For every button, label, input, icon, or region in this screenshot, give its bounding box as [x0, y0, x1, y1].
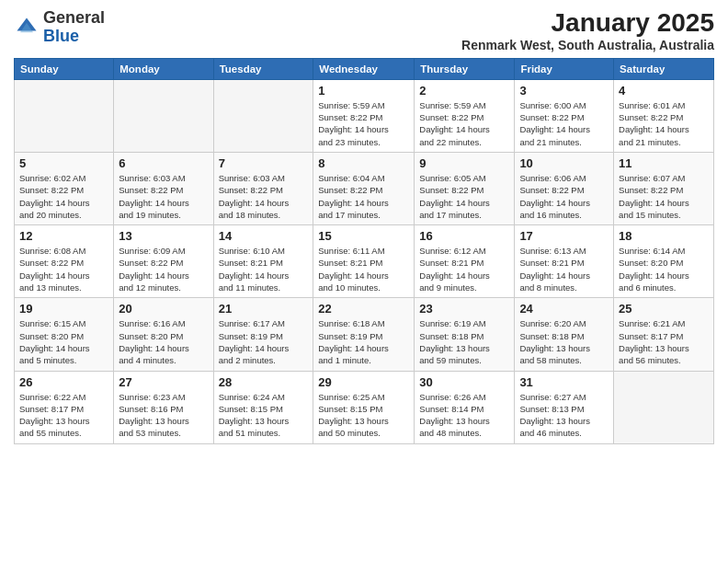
- day-info: Sunrise: 6:06 AM Sunset: 8:22 PM Dayligh…: [519, 172, 609, 221]
- day-info: Sunrise: 6:11 AM Sunset: 8:21 PM Dayligh…: [318, 245, 409, 293]
- day-info: Sunrise: 6:05 AM Sunset: 8:22 PM Dayligh…: [419, 172, 509, 221]
- day-number: 11: [619, 156, 709, 170]
- table-row: [15, 79, 114, 152]
- day-info: Sunrise: 6:07 AM Sunset: 8:22 PM Dayligh…: [619, 172, 709, 221]
- day-info: Sunrise: 6:27 AM Sunset: 8:13 PM Dayligh…: [519, 391, 609, 440]
- logo: General Blue: [14, 9, 105, 46]
- day-info: Sunrise: 5:59 AM Sunset: 8:22 PM Dayligh…: [318, 99, 409, 148]
- day-info: Sunrise: 6:24 AM Sunset: 8:15 PM Dayligh…: [219, 391, 309, 440]
- logo-blue: Blue: [43, 27, 79, 45]
- day-info: Sunrise: 6:16 AM Sunset: 8:20 PM Dayligh…: [119, 317, 208, 366]
- table-row: 26Sunrise: 6:22 AM Sunset: 8:17 PM Dayli…: [15, 371, 114, 443]
- table-row: 27Sunrise: 6:23 AM Sunset: 8:16 PM Dayli…: [114, 371, 213, 443]
- table-row: 24Sunrise: 6:20 AM Sunset: 8:18 PM Dayli…: [515, 298, 614, 371]
- day-info: Sunrise: 6:13 AM Sunset: 8:21 PM Dayligh…: [519, 245, 609, 293]
- page-subtitle: Renmark West, South Australia, Australia: [461, 38, 714, 52]
- calendar-header-row: Sunday Monday Tuesday Wednesday Thursday…: [15, 58, 714, 79]
- day-number: 25: [619, 302, 709, 316]
- table-row: 11Sunrise: 6:07 AM Sunset: 8:22 PM Dayli…: [614, 152, 714, 224]
- day-info: Sunrise: 6:23 AM Sunset: 8:16 PM Dayligh…: [119, 391, 208, 440]
- day-number: 31: [519, 375, 609, 389]
- day-number: 8: [318, 156, 409, 170]
- day-number: 16: [419, 229, 509, 243]
- day-info: Sunrise: 6:14 AM Sunset: 8:20 PM Dayligh…: [619, 245, 709, 293]
- col-friday: Friday: [515, 58, 614, 79]
- table-row: 22Sunrise: 6:18 AM Sunset: 8:19 PM Dayli…: [313, 298, 415, 371]
- day-number: 30: [419, 375, 509, 389]
- day-info: Sunrise: 6:17 AM Sunset: 8:19 PM Dayligh…: [219, 317, 309, 366]
- day-info: Sunrise: 6:26 AM Sunset: 8:14 PM Dayligh…: [419, 391, 509, 440]
- table-row: 29Sunrise: 6:25 AM Sunset: 8:15 PM Dayli…: [313, 371, 415, 443]
- day-number: 9: [419, 156, 509, 170]
- day-info: Sunrise: 6:25 AM Sunset: 8:15 PM Dayligh…: [318, 391, 409, 440]
- day-info: Sunrise: 6:10 AM Sunset: 8:21 PM Dayligh…: [219, 245, 309, 293]
- page-title: January 2025: [461, 9, 714, 38]
- day-info: Sunrise: 6:00 AM Sunset: 8:22 PM Dayligh…: [519, 99, 609, 148]
- table-row: [213, 79, 313, 152]
- day-number: 1: [318, 84, 409, 98]
- table-row: 14Sunrise: 6:10 AM Sunset: 8:21 PM Dayli…: [213, 225, 313, 298]
- table-row: 19Sunrise: 6:15 AM Sunset: 8:20 PM Dayli…: [15, 298, 114, 371]
- day-number: 20: [119, 302, 208, 316]
- page: General Blue January 2025 Renmark West, …: [0, 0, 728, 563]
- day-number: 21: [219, 302, 309, 316]
- table-row: 3Sunrise: 6:00 AM Sunset: 8:22 PM Daylig…: [515, 79, 614, 152]
- table-row: 13Sunrise: 6:09 AM Sunset: 8:22 PM Dayli…: [114, 225, 213, 298]
- day-info: Sunrise: 6:04 AM Sunset: 8:22 PM Dayligh…: [318, 172, 409, 221]
- header: General Blue January 2025 Renmark West, …: [14, 9, 714, 52]
- calendar-table: Sunday Monday Tuesday Wednesday Thursday…: [14, 58, 714, 444]
- day-info: Sunrise: 6:09 AM Sunset: 8:22 PM Dayligh…: [119, 245, 208, 293]
- day-number: 3: [519, 84, 609, 98]
- day-number: 15: [318, 229, 409, 243]
- day-info: Sunrise: 6:03 AM Sunset: 8:22 PM Dayligh…: [219, 172, 309, 221]
- logo-icon: [14, 15, 40, 40]
- table-row: 10Sunrise: 6:06 AM Sunset: 8:22 PM Dayli…: [515, 152, 614, 224]
- day-number: 14: [219, 229, 309, 243]
- table-row: 12Sunrise: 6:08 AM Sunset: 8:22 PM Dayli…: [15, 225, 114, 298]
- day-info: Sunrise: 6:22 AM Sunset: 8:17 PM Dayligh…: [19, 391, 108, 440]
- day-info: Sunrise: 6:19 AM Sunset: 8:18 PM Dayligh…: [419, 317, 509, 366]
- col-thursday: Thursday: [415, 58, 515, 79]
- day-number: 10: [519, 156, 609, 170]
- logo-text: General Blue: [43, 9, 105, 46]
- table-row: 28Sunrise: 6:24 AM Sunset: 8:15 PM Dayli…: [213, 371, 313, 443]
- table-row: 18Sunrise: 6:14 AM Sunset: 8:20 PM Dayli…: [614, 225, 714, 298]
- col-monday: Monday: [114, 58, 213, 79]
- table-row: [614, 371, 714, 443]
- day-number: 28: [219, 375, 309, 389]
- col-tuesday: Tuesday: [213, 58, 313, 79]
- table-row: 30Sunrise: 6:26 AM Sunset: 8:14 PM Dayli…: [415, 371, 515, 443]
- day-number: 5: [19, 156, 108, 170]
- table-row: 23Sunrise: 6:19 AM Sunset: 8:18 PM Dayli…: [415, 298, 515, 371]
- day-number: 6: [119, 156, 208, 170]
- day-info: Sunrise: 6:18 AM Sunset: 8:19 PM Dayligh…: [318, 317, 409, 366]
- table-row: 31Sunrise: 6:27 AM Sunset: 8:13 PM Dayli…: [515, 371, 614, 443]
- logo-general: General: [43, 8, 105, 27]
- col-wednesday: Wednesday: [313, 58, 415, 79]
- day-number: 24: [519, 302, 609, 316]
- day-number: 27: [119, 375, 208, 389]
- calendar-week-row: 5Sunrise: 6:02 AM Sunset: 8:22 PM Daylig…: [15, 152, 714, 224]
- day-number: 17: [519, 229, 609, 243]
- calendar-week-row: 1Sunrise: 5:59 AM Sunset: 8:22 PM Daylig…: [15, 79, 714, 152]
- day-info: Sunrise: 6:20 AM Sunset: 8:18 PM Dayligh…: [519, 317, 609, 366]
- table-row: [114, 79, 213, 152]
- day-info: Sunrise: 6:08 AM Sunset: 8:22 PM Dayligh…: [19, 245, 108, 293]
- day-number: 23: [419, 302, 509, 316]
- day-info: Sunrise: 6:01 AM Sunset: 8:22 PM Dayligh…: [619, 99, 709, 148]
- day-number: 4: [619, 84, 709, 98]
- table-row: 15Sunrise: 6:11 AM Sunset: 8:21 PM Dayli…: [313, 225, 415, 298]
- table-row: 17Sunrise: 6:13 AM Sunset: 8:21 PM Dayli…: [515, 225, 614, 298]
- day-number: 13: [119, 229, 208, 243]
- calendar-week-row: 26Sunrise: 6:22 AM Sunset: 8:17 PM Dayli…: [15, 371, 714, 443]
- table-row: 1Sunrise: 5:59 AM Sunset: 8:22 PM Daylig…: [313, 79, 415, 152]
- day-number: 2: [419, 84, 509, 98]
- col-saturday: Saturday: [614, 58, 714, 79]
- table-row: 25Sunrise: 6:21 AM Sunset: 8:17 PM Dayli…: [614, 298, 714, 371]
- day-info: Sunrise: 5:59 AM Sunset: 8:22 PM Dayligh…: [419, 99, 509, 148]
- day-info: Sunrise: 6:15 AM Sunset: 8:20 PM Dayligh…: [19, 317, 108, 366]
- title-block: January 2025 Renmark West, South Austral…: [461, 9, 714, 52]
- day-number: 12: [19, 229, 108, 243]
- day-info: Sunrise: 6:03 AM Sunset: 8:22 PM Dayligh…: [119, 172, 208, 221]
- day-number: 22: [318, 302, 409, 316]
